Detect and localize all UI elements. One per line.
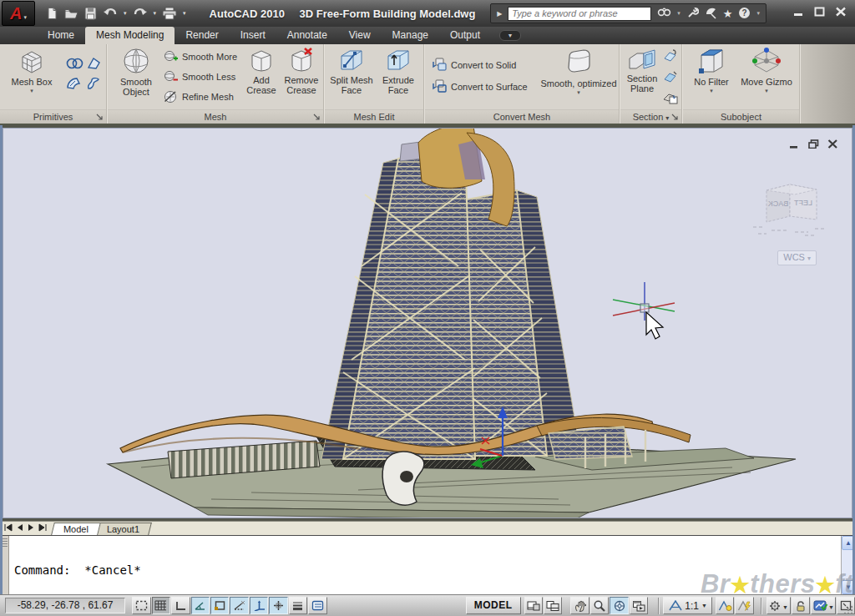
titlebar: A ▾ ▾ ▾ ▾ AutoCAD 2010 3D Free-Form Buil… <box>0 0 855 27</box>
quick-properties-toggle[interactable] <box>308 597 326 614</box>
refine-mesh-icon <box>163 90 178 104</box>
drawing-canvas[interactable]: BACK LEFT WCS ▾ <box>3 128 852 518</box>
primitive-torus-button[interactable] <box>65 56 83 71</box>
primitive-sweep-button[interactable] <box>85 76 102 91</box>
live-section-button[interactable] <box>662 48 679 64</box>
tab-annotate[interactable]: Annotate <box>276 27 338 44</box>
maximize-button[interactable] <box>814 7 826 17</box>
section-panel-label[interactable]: Section▾ <box>620 109 681 124</box>
drawing-close-button[interactable] <box>827 139 838 150</box>
wcs-dropdown[interactable]: WCS ▾ <box>777 250 817 265</box>
refine-mesh-button[interactable]: Refine Mesh <box>163 90 234 104</box>
search-input[interactable] <box>508 7 651 21</box>
ribbon-minimize-button[interactable]: ▼ <box>499 30 521 41</box>
generate-section-button[interactable] <box>662 89 679 106</box>
search-dropdown-icon[interactable]: ▾ <box>677 10 680 17</box>
tab-model[interactable]: Model <box>51 523 101 535</box>
snap-toggle[interactable] <box>132 597 150 614</box>
viewcube[interactable]: BACK LEFT <box>746 169 833 247</box>
help-icon[interactable]: ? <box>738 7 751 21</box>
quick-view-drawings-button[interactable] <box>544 597 562 614</box>
dyn-toggle[interactable] <box>269 597 287 614</box>
smooth-less-icon <box>163 70 178 83</box>
tab-view[interactable]: View <box>338 27 382 44</box>
tab-insert[interactable]: Insert <box>230 27 276 44</box>
communication-center-icon[interactable] <box>705 7 717 21</box>
polar-toggle[interactable] <box>191 597 210 614</box>
drawing-minimize-button[interactable] <box>789 139 800 150</box>
toolbar-lock-button[interactable] <box>792 597 810 614</box>
new-file-button[interactable] <box>45 7 58 20</box>
prev-tab-button[interactable] <box>16 523 24 533</box>
undo-button[interactable] <box>103 7 118 20</box>
workspace-switching-button[interactable]: ▼ <box>766 597 791 614</box>
grid-toggle[interactable] <box>152 597 170 614</box>
primitives-dialog-launcher-icon[interactable] <box>96 114 104 121</box>
show-motion-button[interactable] <box>630 597 648 614</box>
steering-wheel-button[interactable] <box>610 597 628 614</box>
auto-annotation-button[interactable] <box>735 597 753 614</box>
primitive-pyramid-button[interactable] <box>85 56 102 71</box>
resize-grip[interactable] <box>843 604 854 615</box>
application-menu-button[interactable]: A ▾ <box>2 1 35 26</box>
no-filter-label: No Filter <box>694 77 729 87</box>
smooth-optimized-button[interactable]: Smooth, optimized ▾ <box>540 47 617 95</box>
coordinates-display[interactable]: -58.29, -26.78 , 61.67 <box>5 598 125 613</box>
first-tab-button[interactable] <box>3 523 13 533</box>
ortho-toggle[interactable] <box>171 597 190 614</box>
convert-to-surface-button[interactable]: Convert to Surface <box>432 79 528 93</box>
tab-layout1[interactable]: Layout1 <box>94 523 152 535</box>
viewcube-back-face[interactable]: BACK <box>768 199 789 208</box>
extrude-face-button[interactable]: Extrude Face <box>377 47 420 95</box>
minimize-button[interactable] <box>793 7 805 17</box>
move-gizmo-button[interactable]: Move Gizmo ▾ <box>740 47 793 93</box>
last-tab-button[interactable] <box>38 523 48 533</box>
tab-render[interactable]: Render <box>175 27 229 44</box>
tab-manage[interactable]: Manage <box>382 27 439 44</box>
smooth-object-button[interactable]: Smooth Object <box>113 47 159 97</box>
lineweight-toggle[interactable] <box>289 597 307 614</box>
convert-to-solid-button[interactable]: Convert to Solid <box>432 58 516 72</box>
osnap-toggle[interactable] <box>210 597 229 614</box>
add-jog-button[interactable] <box>662 68 679 85</box>
autocad-logo-icon: A <box>10 5 22 22</box>
quick-view-layouts-button[interactable] <box>524 597 543 614</box>
remove-crease-button[interactable]: Remove Crease <box>281 47 321 95</box>
ducs-toggle[interactable] <box>250 597 268 614</box>
add-crease-button[interactable]: Add Crease <box>241 47 281 95</box>
otrack-toggle[interactable] <box>230 597 248 614</box>
save-button[interactable] <box>84 7 97 20</box>
primitive-wedge-button[interactable] <box>65 76 83 91</box>
performance-tuner-button[interactable]: ▼ <box>811 597 835 614</box>
open-file-button[interactable] <box>64 7 78 20</box>
viewcube-left-face[interactable]: LEFT <box>794 199 813 207</box>
tab-mesh-modeling[interactable]: Mesh Modeling <box>85 27 175 44</box>
split-mesh-face-button[interactable]: Split Mesh Face <box>328 47 375 95</box>
redo-button[interactable] <box>133 7 148 20</box>
help-dropdown-icon[interactable]: ▾ <box>756 10 760 17</box>
infocenter-collapse-icon[interactable]: ▶ <box>497 10 502 18</box>
search-icon[interactable] <box>657 7 671 21</box>
next-tab-button[interactable] <box>27 523 35 533</box>
no-filter-button[interactable]: No Filter ▾ <box>686 47 736 93</box>
section-dialog-launcher-icon[interactable] <box>671 114 679 121</box>
smooth-more-button[interactable]: Smooth More <box>163 50 237 63</box>
smooth-less-button[interactable]: Smooth Less <box>163 70 235 83</box>
favorites-star-icon[interactable]: ★ <box>723 8 733 19</box>
mesh-box-button[interactable]: Mesh Box ▾ <box>8 47 55 93</box>
undo-dropdown-icon[interactable]: ▾ <box>124 10 127 17</box>
tab-output[interactable]: Output <box>439 27 491 44</box>
close-button[interactable] <box>835 7 847 17</box>
pan-button[interactable] <box>570 597 589 614</box>
tab-home[interactable]: Home <box>37 27 85 44</box>
annotation-visibility-button[interactable] <box>716 597 734 614</box>
mesh-dialog-launcher-icon[interactable] <box>313 114 321 121</box>
annotation-scale-control[interactable]: 1:1 ▼ <box>663 597 712 614</box>
drawing-restore-button[interactable] <box>808 139 819 150</box>
subscription-wrench-icon[interactable] <box>686 7 699 21</box>
section-plane-button[interactable]: Section Plane <box>622 47 662 93</box>
model-space-button[interactable]: MODEL <box>466 597 521 614</box>
window-title: AutoCAD 2010 3D Free-Form Building Model… <box>154 8 530 20</box>
zoom-button[interactable] <box>590 597 609 614</box>
section-panel-dropdown-icon[interactable]: ▾ <box>665 114 669 122</box>
